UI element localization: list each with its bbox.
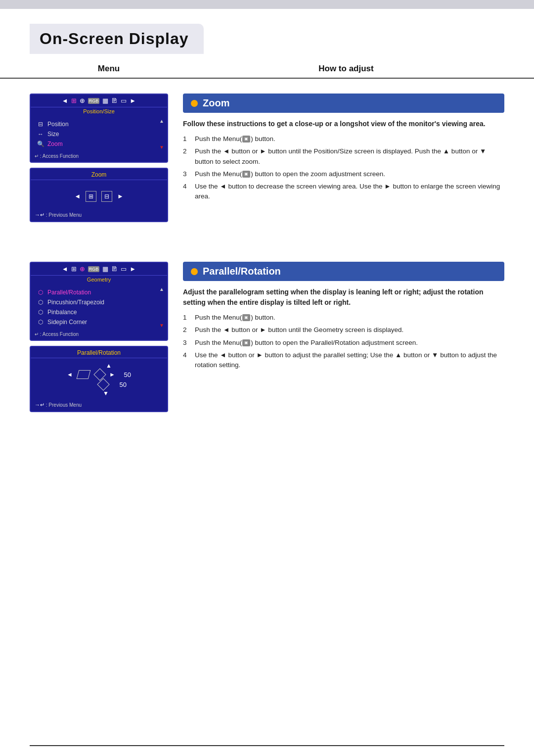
zoom-sub-screen: Zoom ◄ ⊞ ⊟ ► →↵ : Previous Menu — [30, 168, 168, 222]
par-prev-menu-icon: →↵ — [35, 402, 44, 408]
zoom-steps: 1 Push the Menu(▣) button. 2 Push the ◄ … — [183, 134, 504, 202]
step-num-2: 2 — [183, 146, 191, 167]
zoom-shrink-icon: ⊞ — [86, 191, 96, 202]
zoom-adjust-column: Zoom Follow these instructions to get a … — [183, 94, 504, 204]
menu-item-position-label: Position — [47, 121, 69, 128]
zoom-sub-content: ◄ ⊞ ⊟ ► — [31, 180, 167, 210]
parallel-osd-column: ◄ ⊞ ⊕ RGB ▦ 🖹 ▭ ► Geometry ▲ ⬡ Parallel/… — [30, 262, 168, 412]
par-step-num-3: 3 — [183, 338, 191, 348]
par-menu-btn-icon-1: ▣ — [242, 314, 250, 321]
waveform-icon: ▦ — [102, 97, 108, 104]
zoom-step-1-text: Push the Menu(▣) button. — [195, 134, 275, 144]
title-section: On-Screen Display — [0, 9, 534, 59]
menu-btn-icon-3: ▣ — [242, 171, 250, 178]
menu-btn-icon-1: ▣ — [242, 136, 250, 142]
zoom-main-screen: ◄ ⊞ ⊕ RGB ▦ 🖹 ▭ ► Position/Size ▲ ⊟ Posi… — [30, 94, 168, 163]
zoom-dot — [191, 100, 198, 107]
grid-icon: ⊞ — [71, 97, 77, 104]
zoom-content-row: ◄ ⊞ ⊕ RGB ▦ 🖹 ▭ ► Position/Size ▲ ⊟ Posi… — [0, 79, 534, 232]
parallel-step-2: 2 Push the ◄ button or ► button until th… — [183, 325, 504, 335]
par-target-icon: ⊕ — [80, 265, 85, 273]
zoom-step-2-text: Push the ◄ button or ► button until the … — [195, 146, 504, 167]
parallel-row-3: 50 — [36, 380, 162, 389]
menu-item-position: ⊟ Position — [37, 119, 161, 129]
step-num-1: 1 — [183, 134, 191, 144]
par-grid-icon: ⊞ — [71, 265, 77, 273]
par-prev-menu-label: : Previous Menu — [46, 402, 82, 408]
parallel-row-4: ▼ — [36, 390, 162, 397]
zoom-step-3: 3 Push the Menu(▣) button to open the zo… — [183, 169, 504, 179]
parallel-section-header: Parallel/Rotation — [183, 262, 504, 281]
menu-item-pincushion: ⬡ Pincushion/Trapezoid — [37, 297, 161, 307]
parallel-steps: 1 Push the Menu(▣) button. 2 Push the ◄ … — [183, 313, 504, 370]
par-clock-icon: 🖹 — [111, 265, 118, 273]
parallel-section-title: Parallel/Rotation — [203, 266, 281, 277]
par-screen-icon: ▭ — [121, 265, 127, 273]
parallel-value-1: 50 — [119, 371, 131, 378]
par-scroll-up: ▲ — [159, 286, 164, 292]
zoom-section-header: Zoom — [183, 94, 504, 113]
menu-item-zoom: 🔍 Zoom — [37, 139, 161, 149]
menu-item-parallel: ⬡ Parallel/Rotation — [37, 287, 161, 297]
parallel-section-body: Adjust the parallelogram setting when th… — [183, 287, 504, 370]
par-step-num-4: 4 — [183, 350, 191, 371]
pincushion-icon: ⬡ — [37, 299, 44, 305]
zoom-sub-title: Zoom — [31, 169, 167, 180]
parallel-row-1: ▲ — [36, 362, 162, 369]
zoom-step-4: 4 Use the ◄ button to decrease the scree… — [183, 182, 504, 202]
parallel-row-2: ◄ ► 50 — [36, 370, 162, 379]
par-rgb-icon: RGB — [88, 266, 100, 272]
page-title: On-Screen Display — [40, 30, 189, 47]
parallel-step-1-text: Push the Menu(▣) button. — [195, 313, 275, 323]
menu-item-pinbalance: ⬡ Pinbalance — [37, 307, 161, 317]
parallel-content-row: ◄ ⊞ ⊕ RGB ▦ 🖹 ▭ ► Geometry ▲ ⬡ Parallel/… — [0, 247, 534, 422]
target-icon: ⊕ — [80, 97, 85, 104]
parallel-step-1: 1 Push the Menu(▣) button. — [183, 313, 504, 323]
menu-item-sidepin: ⬡ Sidepin Corner — [37, 317, 161, 327]
par-right-arrow-icon: ► — [130, 265, 136, 273]
zoom-osd-topbar: ◄ ⊞ ⊕ RGB ▦ 🖹 ▭ ► — [31, 94, 167, 107]
menu-item-size-label: Size — [47, 131, 59, 138]
parallel-access-label: ↵ : Access Function — [31, 330, 167, 340]
parallel-step-3: 3 Push the Menu(▣) button to open the Pa… — [183, 338, 504, 348]
zoom-arrow-left: ◄ — [74, 192, 81, 200]
parallel-main-screen: ◄ ⊞ ⊕ RGB ▦ 🖹 ▭ ► Geometry ▲ ⬡ Parallel/… — [30, 262, 168, 341]
menu-item-pincushion-label: Pincushion/Trapezoid — [47, 299, 104, 306]
pinbalance-icon: ⬡ — [37, 309, 44, 315]
par-up-arrow: ▲ — [106, 362, 112, 369]
title-box: On-Screen Display — [30, 24, 204, 54]
col-menu-label: Menu — [30, 64, 188, 74]
parallel-prev-menu: →↵ : Previous Menu — [31, 400, 167, 411]
zoom-arrow-right: ► — [117, 192, 124, 200]
zoom-prev-menu: →↵ : Previous Menu — [31, 210, 167, 221]
screen-icon: ▭ — [121, 97, 127, 104]
zoom-step-1: 1 Push the Menu(▣) button. — [183, 134, 504, 144]
section-divider — [0, 232, 534, 247]
step-num-4: 4 — [183, 182, 191, 202]
par-down-arrow2: ▼ — [103, 390, 109, 397]
size-icon: ↔ — [37, 131, 44, 137]
zoom-intro: Follow these instructions to get a close… — [183, 119, 504, 129]
zoom-osd-column: ◄ ⊞ ⊕ RGB ▦ 🖹 ▭ ► Position/Size ▲ ⊟ Posi… — [30, 94, 168, 222]
scroll-up-indicator: ▲ — [159, 118, 164, 124]
parallel-dot — [191, 268, 198, 275]
par-menu-btn-icon-3: ▣ — [242, 339, 250, 346]
menu-item-size: ↔ Size — [37, 129, 161, 139]
rgb-icon: RGB — [88, 98, 100, 104]
zoom-section-title: Zoom — [203, 97, 229, 109]
scroll-down-indicator: ▼ — [159, 144, 164, 150]
zoom-menu-items: ▲ ⊟ Position ↔ Size 🔍 Zoom ▼ — [31, 116, 167, 152]
parallel-item-icon: ⬡ — [37, 289, 44, 295]
top-bar — [0, 0, 534, 9]
parallel-step-4-text: Use the ◄ button or ► button to adjust t… — [195, 350, 504, 371]
zoom-access-label: ↵ : Access Function — [31, 152, 167, 162]
zoom-step-2: 2 Push the ◄ button or ► button until th… — [183, 146, 504, 167]
zoom-icon: 🔍 — [37, 141, 44, 147]
parallel-osd-section-label: Geometry — [31, 276, 167, 284]
left-arrow-icon: ◄ — [62, 97, 68, 104]
parallel-value-2: 50 — [115, 381, 127, 388]
zoom-osd-section-label: Position/Size — [31, 107, 167, 116]
par-left-arrow2: ◄ — [67, 371, 73, 378]
step-num-3: 3 — [183, 169, 191, 179]
parallel-sub-screen: Parallel/Rotation ▲ ◄ ► 50 — [30, 346, 168, 412]
